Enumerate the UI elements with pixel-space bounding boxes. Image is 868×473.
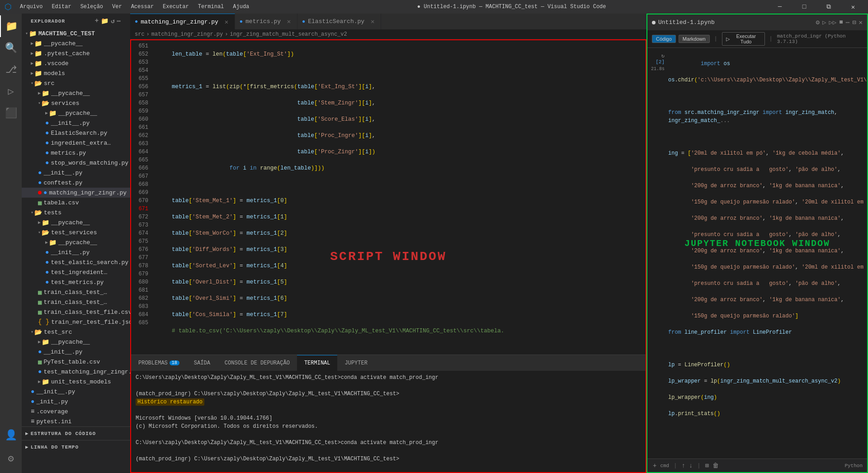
sidebar-item-train-csv[interactable]: ▦ train_class_test_file.csv xyxy=(22,307,130,317)
git-activity-icon[interactable]: ⎇ xyxy=(0,59,22,80)
cell-move-up-button[interactable]: ↑ xyxy=(680,461,686,470)
menu-acessar[interactable]: Acessar xyxy=(127,2,158,12)
sidebar-item-train-virgula[interactable]: ▦ train_class_test_file_com_virgula_n xyxy=(22,297,130,307)
breadcrumb-src[interactable]: src xyxy=(135,31,145,38)
sidebar-item-test-elastic[interactable]: ● test_elastic_search.py xyxy=(22,257,130,267)
jupyter-run-all-button[interactable]: ▷ Executar Tudo xyxy=(722,32,765,46)
sidebar-item-stop-words[interactable]: ● stop_words_matching.py xyxy=(22,158,130,168)
sidebar-item-test-matching[interactable]: ● test_matching_ingr_zingr.py xyxy=(22,367,130,377)
cell-code-content[interactable]: import os os.chdir('c:\\Users\\zaply\\De… xyxy=(668,52,867,426)
explorer-activity-icon[interactable]: 📁 xyxy=(0,15,22,37)
code-content[interactable]: len_table = len(table['Ext_Ing_St']) met… xyxy=(154,40,646,355)
sidebar-item-pycache3[interactable]: ▶ 📁 __pycache__ xyxy=(22,108,130,118)
menu-arquivo[interactable]: Arquivo xyxy=(15,2,47,12)
cell-add-button[interactable]: + xyxy=(652,461,657,470)
panel-tab-jupyter[interactable]: JUPYTER xyxy=(337,355,374,371)
menu-ver[interactable]: Ver xyxy=(108,2,127,12)
collapse-button[interactable]: ⋯ xyxy=(117,17,121,25)
jupyter-codigo-button[interactable]: Código xyxy=(652,35,676,43)
jupyter-run-all-icon[interactable]: ▷▷ xyxy=(829,19,836,26)
sidebar-item-test-src[interactable]: ▾ 📂 test_src xyxy=(22,327,130,337)
menu-executar[interactable]: Executar xyxy=(158,2,193,12)
sidebar-item-init-test-services[interactable]: ● __init__.py xyxy=(22,247,130,257)
sidebar-item-ingredient-extractor[interactable]: ● ingredient_extractor_for_search.py xyxy=(22,138,130,148)
jupyter-close-icon[interactable]: ✕ xyxy=(859,19,863,26)
maximize-button[interactable]: □ xyxy=(794,0,815,14)
jupyter-toolbar: Código Markdown | ▷ Executar Tudo | matc… xyxy=(647,30,867,48)
sidebar-item-pycache2[interactable]: ▶ 📁 __pycache__ xyxy=(22,88,130,98)
panel-tab-saida[interactable]: SAÍDA xyxy=(187,355,217,371)
sidebar-item-vscode[interactable]: ▶ 📁 .vscode xyxy=(22,58,130,68)
jupyter-more-icon[interactable]: ⋯ xyxy=(846,19,849,26)
sidebar-item-pytest-ini[interactable]: ≡ pytest.ini xyxy=(22,416,130,426)
sidebar-item-src[interactable]: ▾ 📂 src xyxy=(22,78,130,88)
breadcrumb-function[interactable]: ingr_zing_match_mult_search_async_v2 xyxy=(230,31,347,38)
jupyter-markdown-button[interactable]: Markdown xyxy=(679,35,710,43)
sidebar-item-conftest[interactable]: ● conftest.py xyxy=(22,178,130,188)
jupyter-run-icon[interactable]: ▷ xyxy=(822,19,826,26)
cell-move-down-button[interactable]: ↓ xyxy=(688,461,693,470)
sidebar-item-coverage[interactable]: ≡ .coverage xyxy=(22,407,130,416)
sidebar-item-init2-root[interactable]: ● _init_.py xyxy=(22,397,130,407)
tab-matching-ingr[interactable]: ● matching_ingr_zingr.py ✕ xyxy=(130,14,235,29)
extensions-activity-icon[interactable]: ⬛ xyxy=(0,102,22,124)
tab-elasticsearch[interactable]: ● ElasticSearch.py ✕ xyxy=(297,14,381,29)
menu-editar[interactable]: Editar xyxy=(47,2,75,12)
tab-close-matching[interactable]: ✕ xyxy=(223,18,230,25)
sidebar-item-matching-ingr[interactable]: ● matching_ingr_zingr.py xyxy=(22,188,130,198)
cell-split-button[interactable]: ⊞ xyxy=(704,461,709,470)
sidebar-item-elasticsearch[interactable]: ● ElasticSearch.py xyxy=(22,128,130,138)
jupyter-interrupt-icon[interactable]: ■ xyxy=(839,19,843,26)
breadcrumb-file[interactable]: matching_ingr_zingr.py xyxy=(151,31,223,38)
sidebar-item-tabela[interactable]: ▦ tabela.csv xyxy=(22,198,130,208)
sidebar-item-pytest-table[interactable]: ▦ PyTest_table.csv xyxy=(22,357,130,367)
sidebar-item-models[interactable]: ▶ 📁 models xyxy=(22,68,130,78)
sidebar-item-test-services[interactable]: ▾ 📂 test_services xyxy=(22,227,130,237)
minimize-button[interactable]: ─ xyxy=(769,0,790,14)
tab-metrics[interactable]: ● metrics.py ✕ xyxy=(235,14,297,29)
panel-tab-terminal[interactable]: TERMINAL xyxy=(297,355,338,371)
settings-activity-icon[interactable]: ⚙ xyxy=(0,448,22,469)
sidebar-item-test-metrics[interactable]: ● test_metrics.py xyxy=(22,277,130,287)
sidebar-section-header-timeline[interactable]: ▶ LINHA DO TEMPO xyxy=(22,442,130,452)
panel-tab-console[interactable]: CONSOLE DE DEPURAÇÃO xyxy=(217,355,297,371)
close-button[interactable]: ✕ xyxy=(843,0,863,14)
python-file-icon: ● xyxy=(45,259,49,266)
restore-button[interactable]: ⧉ xyxy=(818,0,839,14)
menu-selecao[interactable]: Seleção xyxy=(76,2,108,12)
sidebar-item-train-erros[interactable]: ▦ train_class_test_file_com_erros.csv xyxy=(22,287,130,297)
jupyter-tab[interactable]: Untitled-1.ipynb xyxy=(652,19,715,26)
panel-tab-problemas[interactable]: PROBLEMAS 18 xyxy=(131,355,187,371)
sidebar-item-pytest-cache[interactable]: ▶ 📁 .pytest_cache xyxy=(22,48,130,58)
sidebar-item-pycache5[interactable]: ▶ 📁 __pycache__ xyxy=(22,237,130,247)
sidebar-item-unit-tests[interactable]: ▶ 📁 unit_tests_models xyxy=(22,377,130,387)
tab-close-elasticsearch[interactable]: ✕ xyxy=(369,18,376,25)
sidebar-item-services[interactable]: ▾ 📂 services xyxy=(22,98,130,108)
cell-delete-button[interactable]: 🗑 xyxy=(712,461,720,470)
sidebar-item-pycache1[interactable]: ▶ 📁 __pycache__ xyxy=(22,38,130,48)
refresh-button[interactable]: ↺ xyxy=(111,17,115,25)
menu-ajuda[interactable]: Ajuda xyxy=(228,2,254,12)
sidebar-section-header-estrutura[interactable]: ▶ ESTRUTURA DO CÓDIGO xyxy=(22,429,130,438)
new-folder-button[interactable]: 📁 xyxy=(101,17,109,25)
sidebar-item-init-src[interactable]: ● __init__.py xyxy=(22,168,130,178)
sidebar-item-pycache6[interactable]: ▶ 📁 __pycache__ xyxy=(22,337,130,347)
search-activity-icon[interactable]: 🔍 xyxy=(0,37,22,59)
panel-content-terminal[interactable]: C:\Users\zaply\Desktop\Zaply\Zaply_ML_te… xyxy=(131,371,646,472)
sidebar-item-metrics[interactable]: ● metrics.py xyxy=(22,148,130,158)
sidebar-item-tests[interactable]: ▾ 📂 tests xyxy=(22,208,130,218)
jupyter-settings-icon[interactable]: ⚙ xyxy=(816,19,820,26)
debug-activity-icon[interactable]: ▷ xyxy=(0,80,22,102)
jupyter-split-icon[interactable]: ⊟ xyxy=(852,19,856,26)
sidebar-item-init-services[interactable]: ● __init__.py xyxy=(22,118,130,128)
root-folder[interactable]: ▾ 📁 MACHTING_CC_TEST xyxy=(22,28,130,38)
accounts-activity-icon[interactable]: 👤 xyxy=(0,424,22,446)
sidebar-item-test-ingredient[interactable]: ● test_ingredient_extractor_for_searc xyxy=(22,267,130,277)
menu-terminal[interactable]: Terminal xyxy=(193,2,229,12)
sidebar-item-pycache4[interactable]: ▶ 📁 __pycache__ xyxy=(22,218,130,227)
new-file-button[interactable]: + xyxy=(95,17,99,25)
sidebar-item-init-root[interactable]: ● __init__.py xyxy=(22,387,130,397)
sidebar-item-train-ner[interactable]: { } train_ner_test_file.json xyxy=(22,317,130,327)
tab-close-metrics[interactable]: ✕ xyxy=(285,18,292,25)
sidebar-item-init-test-src[interactable]: ● __init__.py xyxy=(22,347,130,357)
